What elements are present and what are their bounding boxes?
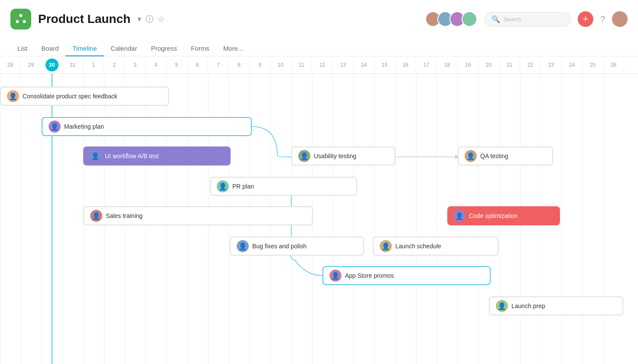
task-avatar-pr-plan: 👤 [217, 180, 229, 192]
tab-timeline[interactable]: Timeline [65, 41, 104, 56]
date-cell-24: 24 [562, 56, 583, 73]
date-cell-21: 21 [499, 56, 520, 73]
svg-point-0 [20, 14, 23, 17]
svg-point-1 [16, 20, 19, 23]
date-cell-14: 14 [354, 56, 374, 73]
task-avatar-usability: 👤 [298, 150, 310, 162]
date-cell-17: 17 [416, 56, 437, 73]
info-icon[interactable]: ⓘ [146, 14, 153, 24]
task-label-qa-testing: QA testing [480, 153, 508, 159]
date-ruler: 2829303112345678910111213141516171819202… [0, 56, 638, 74]
task-avatar-sales-training: 👤 [90, 210, 102, 222]
task-card-code-optimization[interactable]: 👤Code optimization [447, 206, 560, 225]
dropdown-icon[interactable]: ▾ [137, 14, 141, 24]
date-cell-9: 9 [250, 56, 270, 73]
date-cell-13: 13 [333, 56, 354, 73]
date-cell-20: 20 [478, 56, 499, 73]
tab-board[interactable]: Board [34, 41, 65, 56]
task-avatar-consolidate: 👤 [7, 90, 19, 102]
timeline-container: 2829303112345678910111213141516171819202… [0, 56, 638, 364]
date-cell-19: 19 [458, 56, 478, 73]
task-card-qa-testing[interactable]: 👤QA testing [458, 146, 553, 166]
task-avatar-launch-prep: 👤 [496, 300, 508, 312]
task-label-usability: Usability testing [314, 153, 356, 159]
task-card-bug-fixes[interactable]: 👤Bug fixes and polish [230, 237, 364, 256]
task-label-code-optimization: Code optimization [469, 212, 518, 219]
task-card-launch-prep[interactable]: 👤Launch prep [489, 296, 623, 315]
avatar-4 [462, 11, 477, 27]
task-label-sales-training: Sales training [106, 212, 143, 219]
task-avatar-marketing: 👤 [49, 120, 61, 133]
date-cell-25: 25 [583, 56, 603, 73]
tab-calendar[interactable]: Calendar [104, 41, 144, 56]
task-avatar-ui-workflow: 👤 [89, 150, 101, 162]
date-cell-22: 22 [520, 56, 541, 73]
date-cell-8: 8 [229, 56, 250, 73]
team-avatars [425, 11, 477, 27]
date-cell-3: 3 [125, 56, 146, 73]
date-cell-10: 10 [270, 56, 291, 73]
task-card-ui-workflow[interactable]: 👤UI workflow A/B test [83, 146, 231, 166]
date-cell-2: 2 [104, 56, 125, 73]
task-label-pr-plan: PR plan [232, 183, 254, 190]
header: Product Launch ▾ ⓘ ☆ 🔍 Search + ? [0, 0, 638, 56]
date-cell-4: 4 [146, 56, 166, 73]
date-cell-7: 7 [208, 56, 229, 73]
svg-point-2 [23, 20, 26, 23]
task-avatar-app-store: 👤 [329, 270, 342, 282]
date-cell-16: 16 [395, 56, 416, 73]
tab-forms[interactable]: Forms [184, 41, 216, 56]
search-placeholder: Search [504, 16, 521, 23]
search-icon: 🔍 [492, 15, 500, 23]
task-card-usability[interactable]: 👤Usability testing [291, 146, 395, 166]
date-cell-15: 15 [374, 56, 395, 73]
date-cell-11: 11 [291, 56, 312, 73]
date-cell-30: 30 [42, 56, 62, 73]
task-label-bug-fixes: Bug fixes and polish [252, 243, 306, 250]
header-meta-icons: ▾ ⓘ ☆ [137, 14, 165, 24]
date-cell-5: 5 [166, 56, 187, 73]
task-label-app-store: App Store promos [345, 272, 394, 279]
star-icon[interactable]: ☆ [158, 14, 165, 24]
tab-progress[interactable]: Progress [144, 41, 184, 56]
task-label-launch-prep: Launch prep [511, 302, 545, 309]
date-cell-28: 28 [0, 56, 21, 73]
date-cell-26: 26 [603, 56, 624, 73]
search-bar[interactable]: 🔍 Search [484, 12, 571, 26]
task-avatar-launch-schedule: 👤 [380, 240, 392, 252]
date-cell-18: 18 [437, 56, 458, 73]
tasks-layer: 👤Consolidate product spec feedback👤Marke… [0, 74, 638, 364]
task-label-consolidate: Consolidate product spec feedback [23, 93, 117, 100]
app-logo [10, 9, 31, 29]
task-label-marketing: Marketing plan [64, 123, 104, 130]
date-cell-23: 23 [541, 56, 562, 73]
task-avatar-qa-testing: 👤 [465, 150, 477, 162]
task-label-ui-workflow: UI workflow A/B test [105, 153, 159, 159]
tab-list[interactable]: List [10, 41, 34, 56]
task-avatar-bug-fixes: 👤 [237, 240, 249, 252]
task-label-launch-schedule: Launch schedule [395, 243, 441, 250]
task-card-app-store[interactable]: 👤App Store promos [322, 266, 491, 285]
project-title: Product Launch [38, 12, 130, 26]
task-card-launch-schedule[interactable]: 👤Launch schedule [373, 237, 498, 256]
task-card-consolidate[interactable]: 👤Consolidate product spec feedback [0, 87, 169, 106]
date-cell-29: 29 [21, 56, 42, 73]
date-cell-1: 1 [83, 56, 104, 73]
date-cell-12: 12 [312, 56, 333, 73]
task-card-pr-plan[interactable]: 👤PR plan [210, 177, 357, 196]
nav-tabs: List Board Timeline Calendar Progress Fo… [10, 41, 628, 56]
tab-more[interactable]: More... [216, 41, 251, 56]
task-avatar-code-optimization: 👤 [453, 210, 465, 222]
help-button[interactable]: ? [600, 14, 605, 24]
add-button[interactable]: + [578, 11, 593, 27]
user-avatar[interactable] [612, 11, 628, 27]
task-card-marketing[interactable]: 👤Marketing plan [42, 117, 252, 136]
date-cell-31: 31 [62, 56, 83, 73]
logo-icon [15, 13, 27, 25]
date-cell-6: 6 [187, 56, 208, 73]
header-right: 🔍 Search + ? [425, 11, 628, 27]
task-card-sales-training[interactable]: 👤Sales training [83, 206, 313, 225]
